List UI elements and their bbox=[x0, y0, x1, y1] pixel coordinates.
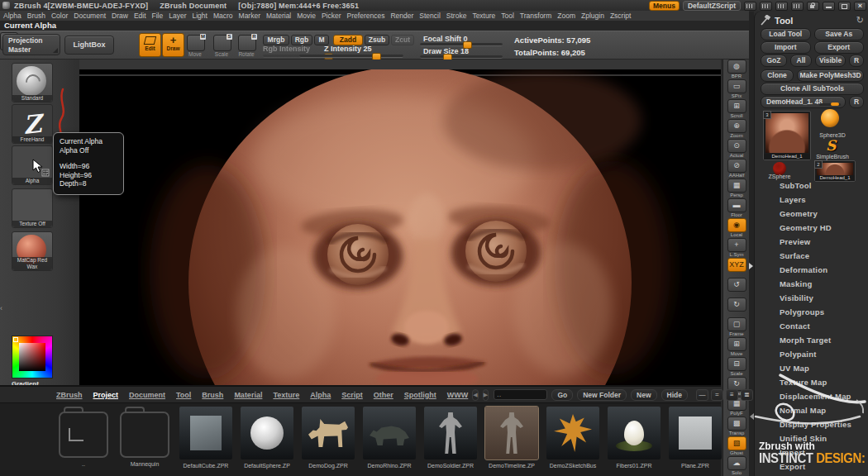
simplebrush-tool[interactable]: S bbox=[826, 137, 836, 154]
right-shelf-button[interactable]: ⊞ Scroll bbox=[723, 99, 750, 119]
new-button[interactable]: New bbox=[631, 389, 656, 401]
restore-button[interactable] bbox=[838, 2, 851, 11]
right-shelf-button[interactable]: ▧ Ghost bbox=[723, 436, 750, 456]
focal-shift-slider[interactable] bbox=[420, 43, 503, 46]
lock-icon[interactable] bbox=[807, 2, 819, 11]
active-tool-slider[interactable]: DemoHead_1. 48 bbox=[761, 96, 846, 108]
menu-item[interactable]: Edit bbox=[134, 12, 146, 20]
right-shelf-button[interactable]: ◍ BPR bbox=[723, 60, 750, 79]
draw-size-slider[interactable] bbox=[420, 55, 503, 59]
menu-item[interactable]: Macro bbox=[213, 12, 233, 20]
subpalette-item[interactable]: SubTool bbox=[755, 178, 868, 193]
file-item[interactable]: DemoDog.ZPR bbox=[298, 407, 359, 469]
right-shelf-button[interactable]: ↺ bbox=[723, 278, 750, 298]
subpalette-item[interactable]: Preview bbox=[755, 235, 868, 249]
thumbnail-size-button[interactable]: — bbox=[696, 389, 708, 401]
tool-r-button[interactable]: R bbox=[849, 96, 864, 108]
thumbnail-size-button[interactable]: ≡ bbox=[726, 389, 738, 401]
sculpt-viewport[interactable] bbox=[79, 69, 721, 385]
divider-right-icon[interactable] bbox=[760, 2, 772, 11]
subpalette-item[interactable]: Masking bbox=[755, 277, 868, 291]
lightbox-tab[interactable]: ZBrush bbox=[56, 391, 83, 399]
default-zscript-button[interactable]: DefaultZScript bbox=[683, 1, 741, 11]
menu-item[interactable]: Alpha bbox=[3, 12, 21, 20]
menus-button[interactable]: Menus bbox=[649, 1, 680, 11]
current-material-thumbnail[interactable]: MatCap Red Wax bbox=[12, 231, 53, 271]
menu-item[interactable]: File bbox=[152, 12, 164, 20]
zcut-toggle[interactable]: Zcut bbox=[391, 35, 414, 45]
copy-doc-icon[interactable] bbox=[775, 2, 788, 11]
right-shelf-button[interactable]: ↻ bbox=[723, 298, 750, 317]
left-divider-arrow[interactable]: ‹ bbox=[0, 304, 2, 312]
thumbnail-size-button[interactable]: ≣ bbox=[741, 389, 753, 401]
menu-item[interactable]: Zoom bbox=[557, 12, 575, 20]
lightbox-tab[interactable]: Spotlight bbox=[404, 391, 436, 399]
right-shelf-button[interactable]: ⊘ AAHalf bbox=[723, 159, 750, 178]
file-item[interactable]: DefaultSphere.ZP bbox=[236, 407, 298, 469]
tool-palette-header[interactable]: Tool ↻ bbox=[760, 14, 864, 26]
close-button[interactable]: × bbox=[854, 2, 866, 11]
lightbox-tab[interactable]: Brush bbox=[202, 391, 223, 399]
file-item[interactable]: Mannequin bbox=[114, 407, 175, 469]
menu-item[interactable]: Zscript bbox=[610, 12, 632, 20]
lightbox-tab[interactable]: Alpha bbox=[310, 391, 331, 399]
right-shelf-button[interactable]: ⊟ Scale bbox=[723, 357, 750, 377]
divider-left-icon[interactable] bbox=[744, 2, 756, 11]
file-item[interactable]: DemoTimeline.ZP bbox=[481, 407, 542, 469]
subpalette-item[interactable]: Texture Map bbox=[755, 375, 868, 389]
tray-forward-button[interactable]: ▶ bbox=[483, 389, 489, 401]
menu-item[interactable]: Preferences bbox=[347, 12, 385, 20]
subpalette-item[interactable]: Unified Skin bbox=[755, 431, 868, 445]
z-intensity-slider[interactable] bbox=[299, 55, 403, 58]
right-shelf-button[interactable]: + L.Sym bbox=[723, 238, 750, 258]
file-item[interactable]: DemoZSketchBus bbox=[542, 407, 603, 469]
right-shelf-button[interactable]: ▩ Transp bbox=[723, 416, 750, 436]
menu-item[interactable]: Transform bbox=[520, 12, 551, 20]
right-shelf-button[interactable]: ⊙ Actual bbox=[723, 139, 750, 159]
right-shelf-button[interactable]: ☁ Solo bbox=[723, 456, 750, 476]
menu-item[interactable]: Marker bbox=[239, 12, 260, 20]
subpalette-item[interactable]: Polygroups bbox=[755, 305, 868, 319]
lightbox-tab[interactable]: WWW bbox=[447, 391, 468, 399]
active-tool-thumbnail[interactable]: 3 DemoHead_1 bbox=[763, 111, 811, 160]
goz-r-button[interactable]: R bbox=[849, 55, 864, 67]
subpalette-item[interactable]: Visibility bbox=[755, 291, 868, 305]
right-shelf-button[interactable]: ▭ SPix bbox=[723, 79, 750, 99]
visible-button[interactable]: Visible bbox=[815, 55, 846, 67]
clone-all-subtools-button[interactable]: Clone All SubTools bbox=[761, 83, 864, 95]
hide-button[interactable]: Hide bbox=[661, 389, 688, 401]
goz-button[interactable]: GoZ bbox=[761, 55, 787, 67]
menu-item[interactable]: Color bbox=[51, 12, 68, 20]
file-item[interactable]: .. bbox=[53, 407, 114, 469]
search-input[interactable] bbox=[503, 391, 544, 398]
projection-master-button[interactable]: Projection Master bbox=[2, 34, 60, 55]
make-polymesh3d-button[interactable]: Make PolyMesh3D bbox=[797, 69, 864, 82]
lightbox-tab[interactable]: Document bbox=[129, 391, 165, 399]
subpalette-item[interactable]: Geometry HD bbox=[755, 221, 868, 235]
menu-item[interactable]: Draw bbox=[112, 12, 128, 20]
lightbox-tab[interactable]: Tool bbox=[176, 391, 191, 399]
move-gyro-button[interactable]: M bbox=[187, 35, 205, 51]
file-item[interactable]: DemoRhino.ZPR bbox=[359, 407, 420, 469]
subpalette-item[interactable]: Geometry bbox=[755, 207, 868, 221]
subpalette-item[interactable]: Morph Target bbox=[755, 333, 868, 347]
menu-item[interactable]: Texture bbox=[472, 12, 495, 20]
sphere3d-tool[interactable] bbox=[821, 109, 842, 131]
right-shelf-button[interactable]: ▬ Floor bbox=[723, 198, 750, 218]
subpalette-item[interactable]: Displacement Map bbox=[755, 389, 868, 403]
menu-item[interactable]: Movie bbox=[297, 12, 316, 20]
lightbox-tab[interactable]: Material bbox=[234, 391, 262, 399]
menu-item[interactable]: Render bbox=[390, 12, 413, 20]
lightbox-tab[interactable]: Texture bbox=[273, 391, 299, 399]
tray-search-box[interactable]: ‥ bbox=[494, 389, 547, 400]
current-stroke-thumbnail[interactable]: Z FreeHand bbox=[12, 104, 53, 144]
right-shelf-button[interactable]: ⊞ Move bbox=[723, 337, 750, 357]
lightbox-tab[interactable]: Script bbox=[341, 391, 363, 399]
color-picker[interactable] bbox=[12, 336, 53, 378]
subpalette-item[interactable]: Surface bbox=[755, 249, 868, 263]
right-shelf-button[interactable]: XYZ bbox=[723, 258, 750, 278]
subpalette-item[interactable]: Import bbox=[755, 445, 868, 459]
edit-mode-button[interactable]: Edit bbox=[139, 33, 161, 57]
subpalette-item[interactable]: UV Map bbox=[755, 361, 868, 375]
file-item[interactable]: Plane.ZPR bbox=[665, 407, 726, 469]
